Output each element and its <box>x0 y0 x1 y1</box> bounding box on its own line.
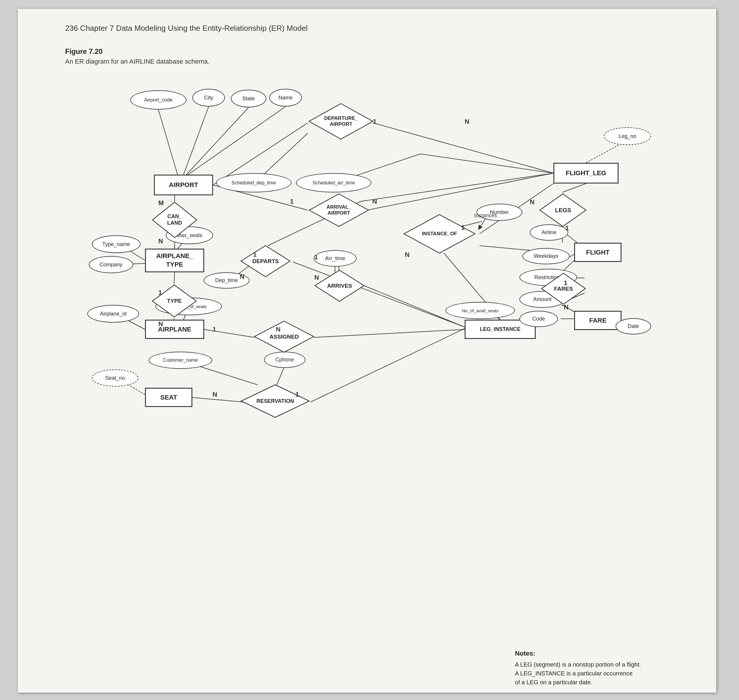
rel-departs: DEPARTS <box>240 244 291 278</box>
card-ng: N <box>314 274 319 281</box>
svg-line-17 <box>174 272 175 284</box>
entity-flight: FLIGHT <box>574 243 621 262</box>
card-1b: 1 <box>290 198 294 206</box>
svg-line-22 <box>314 329 465 337</box>
entity-airport: AIRPORT <box>154 175 213 196</box>
svg-line-21 <box>204 329 254 337</box>
card-nd: N <box>405 251 410 259</box>
card-ni: N <box>564 303 569 311</box>
card-1i: 1 <box>564 279 567 287</box>
card-nj: N <box>276 326 281 333</box>
svg-line-5 <box>373 123 554 173</box>
rel-type: TYPE <box>151 284 198 319</box>
card-1h: 1 <box>158 289 162 297</box>
notes-line-3: of a LEG on a particular date. <box>515 678 698 687</box>
entity-seat: SEAT <box>145 388 192 407</box>
card-1f: 1 <box>253 251 257 258</box>
rel-assigned: ASSIGNED <box>253 320 315 354</box>
notes-box: Notes: A LEG (segment) is a nonstop port… <box>515 649 698 687</box>
attr-cphone: Cphone <box>264 351 306 368</box>
card-1: 1 <box>373 118 376 125</box>
entity-airplane: AIRPLANE <box>145 320 204 339</box>
svg-line-1 <box>184 107 209 175</box>
rel-legs: LEGS <box>539 193 588 228</box>
card-nf: N <box>240 273 244 281</box>
attr-arr-time: Arr_time <box>314 250 357 267</box>
attr-airplane-id: Airplane_id <box>87 305 139 323</box>
svg-line-3 <box>188 107 286 175</box>
notes-line-2: A LEG_INSTANCE is a particular occurrenc… <box>515 669 698 678</box>
card-nc: N <box>158 237 163 245</box>
svg-line-0 <box>158 109 178 175</box>
card-1c: 1 <box>461 224 465 231</box>
card-1k: 1 <box>295 391 299 399</box>
attr-airport-code: Airport_code <box>130 90 187 109</box>
card-m: M <box>158 199 164 207</box>
card-nk: N <box>213 391 217 399</box>
rel-reservation: RESERVATION <box>240 383 311 419</box>
card-n1: N <box>465 118 469 125</box>
attr-customer-name: Customer_name <box>148 351 212 369</box>
rel-fares: FARES <box>540 272 587 306</box>
rel-arrives: ARRIVES <box>314 269 366 303</box>
card-nb: N <box>372 198 377 206</box>
attr-type-name: Type_name <box>92 235 141 253</box>
er-lines <box>65 68 687 675</box>
svg-line-45 <box>192 397 243 402</box>
svg-line-9 <box>586 145 619 163</box>
page: 236 Chapter 7 Data Modeling Using the En… <box>18 9 716 693</box>
card-instances: Instances <box>474 213 497 219</box>
figure-subtitle: An ER diagram for an AIRLINE database sc… <box>65 58 210 65</box>
notes-title: Notes: <box>515 649 698 658</box>
attr-name: Name <box>269 89 302 107</box>
rel-arrival-airport: ARRIVAL_AIRPORT <box>308 193 370 228</box>
entity-fare: FARE <box>574 311 621 330</box>
attr-city: City <box>192 89 225 107</box>
card-nh: N <box>158 320 163 328</box>
attr-date: Date <box>616 318 651 334</box>
attr-leg-no: Leg_no <box>604 127 651 145</box>
entity-airplane-type: AIRPLANE_TYPE <box>145 249 204 272</box>
svg-line-8 <box>420 154 554 173</box>
svg-line-39 <box>361 173 554 201</box>
svg-line-23 <box>562 184 586 193</box>
svg-line-2 <box>187 107 248 175</box>
notes-line-1: A LEG (segment) is a nonstop portion of … <box>515 660 698 669</box>
attr-weekdays: Weekdays <box>522 248 570 264</box>
card-1j: 1 <box>213 326 216 333</box>
entity-flight-leg: FLIGHT_LEG <box>554 163 619 184</box>
card-1g: 1 <box>314 253 318 261</box>
attr-scheduled-dep: Scheduled_dep_time <box>216 173 291 193</box>
attr-no-avail-seats: No_of_avail_seats <box>445 302 515 319</box>
card-1e: 1 <box>565 224 569 232</box>
page-header: 236 Chapter 7 Data Modeling Using the En… <box>65 24 307 33</box>
figure-title: Figure 7.20 <box>65 47 103 56</box>
svg-line-11 <box>367 173 554 210</box>
attr-scheduled-arr: Scheduled_arr_time <box>296 173 372 193</box>
attr-state: State <box>231 90 266 107</box>
er-diagram: AIRPORT FLIGHT_LEG AIRPLANE_TYPE FLIGHT … <box>65 68 687 675</box>
svg-line-46 <box>311 328 465 402</box>
attr-code: Code <box>519 311 558 327</box>
attr-seat-no: Seat_no <box>92 369 138 387</box>
attr-company: Company <box>89 256 133 273</box>
card-ne: N <box>530 198 535 206</box>
rel-can-land: CAN_LAND <box>151 201 198 239</box>
rel-departure-airport: DEPARTURE_AIRPORT <box>308 102 375 141</box>
rel-instance-of: INSTANCE_OF <box>403 213 476 254</box>
